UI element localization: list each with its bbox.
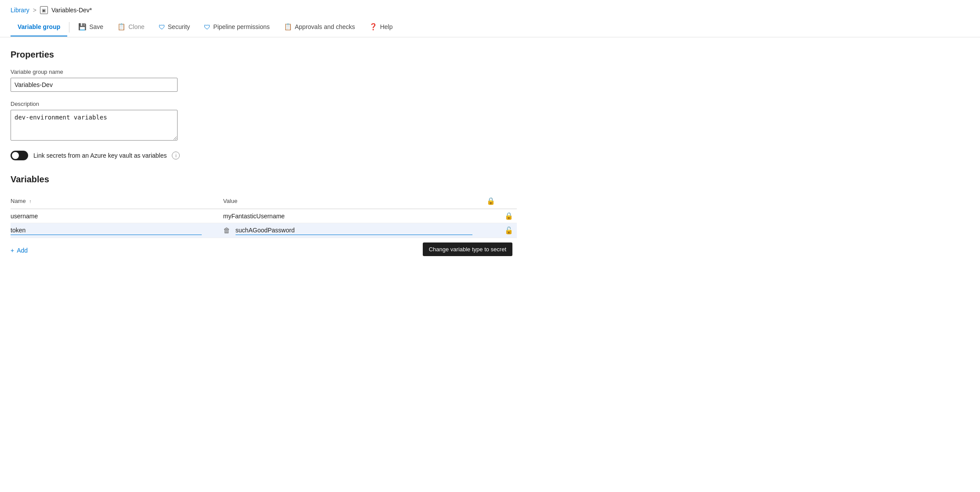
clone-button[interactable]: 📋 Clone xyxy=(110,18,152,37)
name-field-label: Variable group name xyxy=(11,69,517,75)
toggle-thumb xyxy=(12,152,19,159)
toggle-label: Link secrets from an Azure key vault as … xyxy=(33,152,167,159)
add-label: Add xyxy=(17,247,28,254)
help-icon: ❓ xyxy=(369,23,377,31)
variables-title: Variables xyxy=(11,174,517,184)
pipeline-permissions-icon: 🛡 xyxy=(204,23,211,31)
help-button[interactable]: ❓ Help xyxy=(362,18,400,37)
security-button[interactable]: 🛡 Security xyxy=(152,18,197,37)
security-label: Security xyxy=(168,23,190,30)
var-name-cell: username xyxy=(11,209,38,223)
col-header-value: Value xyxy=(223,193,486,209)
variables-table: Name ↑ Value 🔒 username xyxy=(11,193,517,238)
pipeline-permissions-button[interactable]: 🛡 Pipeline permissions xyxy=(197,18,276,37)
toolbar-divider-1 xyxy=(69,22,69,33)
pipeline-permissions-label: Pipeline permissions xyxy=(213,23,269,30)
breadcrumb: Library > ▣ Variables-Dev* xyxy=(0,0,980,18)
lock-icon[interactable]: 🔒 xyxy=(505,212,513,220)
col-header-name: Name ↑ xyxy=(11,193,223,209)
clone-label: Clone xyxy=(128,23,145,30)
info-icon[interactable]: i xyxy=(172,152,180,159)
name-input[interactable] xyxy=(11,78,178,92)
add-variable-button[interactable]: + Add xyxy=(11,247,28,254)
save-icon: 💾 xyxy=(78,23,87,31)
breadcrumb-separator: > xyxy=(33,7,36,14)
variables-section: Variables Name ↑ Value 🔒 xyxy=(11,174,517,254)
tab-variable-group-label: Variable group xyxy=(18,23,60,30)
sort-arrow-icon[interactable]: ↑ xyxy=(29,199,32,204)
description-input[interactable] xyxy=(11,110,178,141)
lock-header-icon: 🔒 xyxy=(486,197,495,205)
main-content: Properties Variable group name Descripti… xyxy=(0,37,527,264)
clone-icon: 📋 xyxy=(117,23,126,31)
description-field-label: Description xyxy=(11,101,517,107)
variable-group-icon: ▣ xyxy=(40,6,48,14)
table-row: 🗑 🔓 xyxy=(11,223,517,238)
add-icon: + xyxy=(11,247,14,254)
approvals-checks-label: Approvals and checks xyxy=(295,23,355,30)
tab-variable-group[interactable]: Variable group xyxy=(11,18,67,36)
tooltip-change-secret: Change variable type to secret xyxy=(423,242,512,256)
properties-section: Properties Variable group name Descripti… xyxy=(11,50,517,160)
save-label: Save xyxy=(89,23,103,30)
breadcrumb-current-page: Variables-Dev* xyxy=(51,7,92,14)
approvals-checks-button[interactable]: 📋 Approvals and checks xyxy=(277,18,362,37)
table-row: username myFantasticUsername 🔒 xyxy=(11,209,517,223)
lock-icon[interactable]: 🔓 xyxy=(505,227,513,234)
breadcrumb-library[interactable]: Library xyxy=(11,7,29,14)
help-label: Help xyxy=(380,23,393,30)
properties-title: Properties xyxy=(11,50,517,60)
toggle-row: Link secrets from an Azure key vault as … xyxy=(11,151,517,160)
approvals-checks-icon: 📋 xyxy=(284,23,292,31)
save-button[interactable]: 💾 Save xyxy=(71,18,110,37)
delete-variable-icon[interactable]: 🗑 xyxy=(223,227,230,235)
key-vault-toggle[interactable] xyxy=(11,151,28,160)
toolbar: Variable group 💾 Save 📋 Clone 🛡 Security… xyxy=(0,18,980,37)
name-field-group: Variable group name xyxy=(11,69,517,92)
var-value-input[interactable] xyxy=(236,226,472,235)
col-header-lock: 🔒 xyxy=(486,193,517,209)
description-field-group: Description xyxy=(11,101,517,142)
variables-table-wrapper: Name ↑ Value 🔒 username xyxy=(11,193,517,238)
var-name-input[interactable] xyxy=(11,226,202,235)
var-value-cell: myFantasticUsername xyxy=(223,213,285,220)
security-icon: 🛡 xyxy=(159,23,165,31)
toggle-track xyxy=(11,151,28,160)
